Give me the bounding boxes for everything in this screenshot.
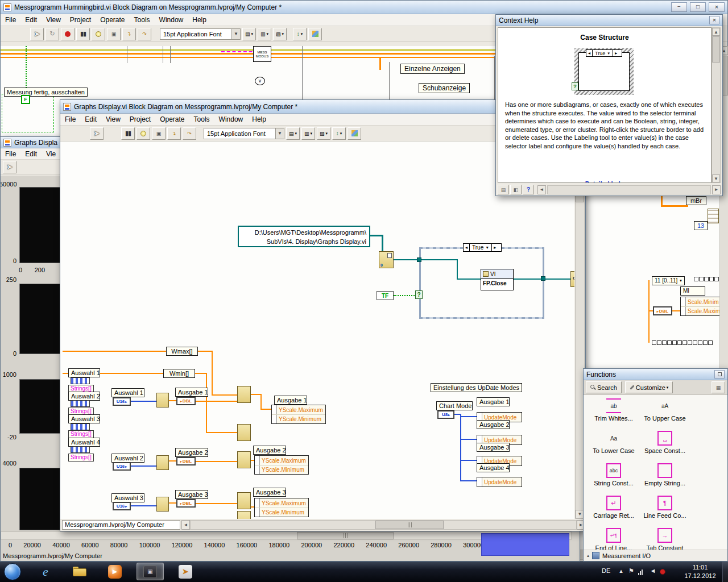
palette-item-to-upper-case[interactable]: aA To Upper Case bbox=[639, 398, 690, 422]
customize-button[interactable]: Customize ▾ bbox=[625, 381, 673, 393]
taskbar-active-app-button[interactable]: ▣ bbox=[136, 563, 164, 580]
menu-file[interactable]: File bbox=[1, 15, 20, 25]
index-array-node[interactable] bbox=[156, 497, 169, 512]
run-button[interactable]: ➤ bbox=[90, 127, 104, 140]
menu-window[interactable]: Window bbox=[155, 15, 188, 25]
scroll-left-icon[interactable]: ◄ bbox=[181, 520, 190, 530]
ausgabe-3-label[interactable]: Ausgabe 3 bbox=[175, 490, 208, 499]
array-max-min-node[interactable] bbox=[237, 386, 251, 403]
dbl-terminal[interactable]: ▸DBL bbox=[176, 397, 196, 405]
maximize-button[interactable]: □ bbox=[690, 2, 706, 12]
taskbar-media-player-button[interactable]: ▶ bbox=[101, 563, 129, 580]
palette-item-line-feed-constant[interactable]: ¶ Line Feed Co... bbox=[639, 496, 690, 519]
reorder-dropdown[interactable]: ↕▾ bbox=[332, 127, 346, 140]
close-button[interactable]: × bbox=[709, 2, 725, 12]
menu-edit[interactable]: Edit bbox=[20, 149, 42, 159]
u16-terminal[interactable]: U16▸ bbox=[113, 397, 131, 406]
dbl-terminal[interactable]: ▸DBL bbox=[176, 499, 196, 508]
menu-view[interactable]: View bbox=[101, 114, 125, 124]
free-label-einzelne-anzeigen[interactable]: Einzelne Anzeigen bbox=[400, 64, 465, 74]
wmax-label[interactable]: Wmax[] bbox=[166, 347, 198, 356]
menu-edit[interactable]: Edit bbox=[20, 15, 42, 25]
update-ausgabe-4-label[interactable]: Ausgabe 4 bbox=[477, 463, 510, 472]
cluster-icon[interactable] bbox=[708, 209, 719, 223]
free-label-messung[interactable]: Messung fertig, ausschalten bbox=[4, 88, 88, 97]
menu-window[interactable]: Window bbox=[214, 114, 248, 124]
auswahl-1-label[interactable]: Auswahl 1 bbox=[68, 368, 100, 377]
start-button[interactable] bbox=[4, 563, 21, 580]
menu-operate[interactable]: Operate bbox=[155, 114, 189, 124]
index-array-node[interactable] bbox=[156, 455, 169, 470]
auswahl-4-label[interactable]: Auswahl 4 bbox=[68, 438, 100, 447]
menu-tools[interactable]: Tools bbox=[189, 114, 214, 124]
step-into-button[interactable]: ↴ bbox=[122, 28, 136, 40]
menu-operate[interactable]: Operate bbox=[96, 15, 129, 25]
case-selector-terminal[interactable]: ? bbox=[415, 290, 423, 299]
scroll-up-icon[interactable]: ▲ bbox=[712, 28, 720, 36]
update-ausgabe-3-label[interactable]: Ausgabe 3 bbox=[477, 443, 510, 452]
step-over-button[interactable]: ↷ bbox=[183, 127, 196, 140]
array-max-min-node[interactable] bbox=[237, 424, 251, 441]
u8-terminal[interactable]: U8▸ bbox=[437, 410, 454, 419]
hidden-icons-chevron[interactable]: ▴ bbox=[617, 567, 626, 575]
step-over-button[interactable]: ↷ bbox=[138, 28, 151, 40]
scroll-left-icon[interactable]: ◄ bbox=[537, 185, 546, 194]
highlight-execution-button[interactable] bbox=[136, 127, 150, 140]
boolean-constant-tf[interactable]: TF bbox=[377, 291, 394, 300]
close-icon[interactable]: × bbox=[709, 16, 719, 24]
retain-wire-values-button[interactable]: ▣ bbox=[107, 28, 121, 40]
run-button[interactable]: ➤ bbox=[3, 161, 16, 173]
array-control-terminal[interactable] bbox=[71, 400, 90, 407]
cleanup-diagram-button[interactable] bbox=[308, 28, 322, 40]
case-selector-label[interactable]: ◄ True▼ ► bbox=[463, 243, 502, 252]
volume-icon[interactable]: ◄ bbox=[648, 567, 657, 574]
numeric-constant-13[interactable]: 13 bbox=[694, 221, 708, 230]
distribute-objects-dropdown[interactable]: ▥▾ bbox=[258, 28, 271, 40]
u16-terminal[interactable]: U16▸ bbox=[113, 462, 131, 471]
palette-item-end-of-line-constant[interactable]: ↵¶ End of Line... bbox=[588, 528, 639, 550]
chart-mode-label[interactable]: Chart Mode bbox=[436, 401, 473, 410]
dbl-terminal[interactable]: ▸DBL bbox=[653, 306, 672, 315]
false-constant[interactable]: F bbox=[21, 95, 30, 104]
palette-item-trim-whitespace[interactable]: ab Trim Whites... bbox=[588, 398, 639, 422]
menu-edit[interactable]: Edit bbox=[80, 114, 101, 124]
menu-view[interactable]: Vie bbox=[42, 149, 60, 159]
update-ausgabe-1-label[interactable]: Ausgabe 1 bbox=[477, 397, 510, 406]
open-vi-reference-node[interactable]: 0 bbox=[379, 251, 394, 268]
array-max-min-node[interactable] bbox=[237, 451, 251, 468]
menu-help[interactable]: Help bbox=[188, 15, 211, 25]
selector-2-label[interactable]: Auswahl 2 bbox=[111, 454, 144, 463]
pin-button[interactable] bbox=[714, 370, 725, 379]
array-control-terminal[interactable] bbox=[71, 423, 90, 430]
strings-label[interactable]: Strings[] bbox=[68, 430, 94, 438]
highlight-execution-button[interactable] bbox=[92, 28, 105, 40]
yscale-property-node-1[interactable]: YScale.Maximum YScale.Minimum bbox=[271, 405, 326, 424]
action-center-flag-icon[interactable]: ⚑ bbox=[627, 567, 636, 575]
palette-item-empty-string-constant[interactable]: Empty String... bbox=[639, 463, 690, 487]
tunnel[interactable] bbox=[541, 276, 545, 281]
auswahl-3-label[interactable]: Auswahl 3 bbox=[68, 414, 100, 423]
index-array-node[interactable] bbox=[156, 393, 169, 408]
search-button[interactable]: Search bbox=[586, 381, 622, 393]
run-button[interactable]: ➤ bbox=[30, 28, 44, 40]
updatemode-property-node-4[interactable]: UpdateMode bbox=[477, 477, 522, 487]
auswahl-2-label[interactable]: Auswahl 2 bbox=[68, 392, 100, 401]
menu-view[interactable]: View bbox=[42, 15, 65, 25]
array-index-selector[interactable]: 11 [0..11]▾ bbox=[652, 276, 685, 285]
taskbar-ie-button[interactable]: e bbox=[32, 563, 59, 580]
minimize-button[interactable]: − bbox=[671, 2, 687, 12]
tunnel[interactable] bbox=[417, 257, 421, 262]
array-control-terminal[interactable] bbox=[71, 446, 90, 453]
pause-button[interactable]: ▮▮ bbox=[76, 28, 90, 40]
menu-tools[interactable]: Tools bbox=[130, 15, 155, 25]
graph-palette-highlight[interactable] bbox=[481, 533, 569, 556]
scroll-right-icon[interactable]: ► bbox=[712, 185, 721, 194]
show-desktop-button[interactable] bbox=[722, 562, 728, 582]
font-selector[interactable]: 15pt Application Font ▼ bbox=[204, 128, 284, 139]
cleanup-diagram-button[interactable] bbox=[348, 127, 361, 140]
bd-block-diagram[interactable]: D:\Users\MGT\Desktop\Messprogramm\ SubVI… bbox=[60, 142, 574, 519]
align-objects-dropdown[interactable]: ▤▾ bbox=[286, 127, 300, 140]
step-into-button[interactable]: ↴ bbox=[167, 127, 181, 140]
lock-help-button[interactable]: ◧ bbox=[510, 185, 522, 194]
mi-label[interactable]: MI bbox=[680, 286, 705, 296]
